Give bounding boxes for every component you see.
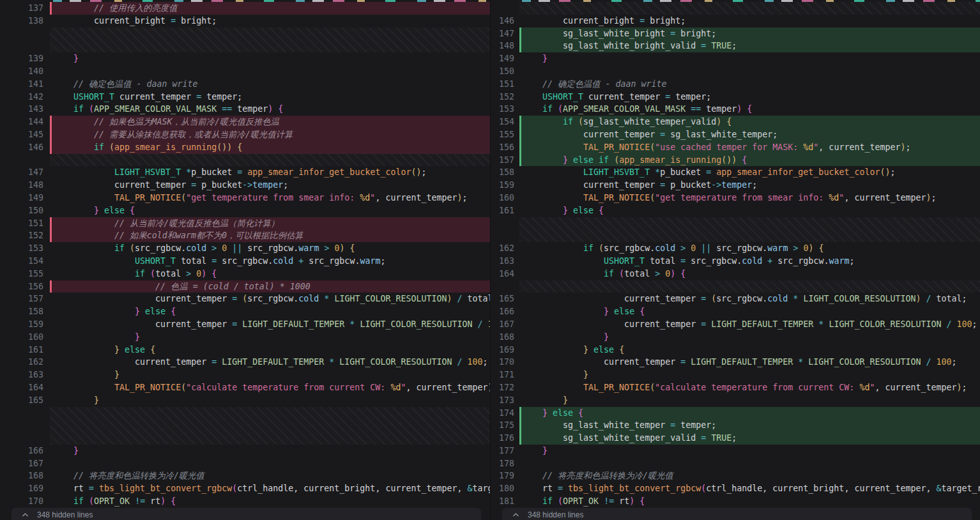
diff-pane-original[interactable]: 137 // 使用传入的亮度值138 current_bright = brig… [0, 0, 490, 520]
diff-pane-modified[interactable]: 146 current_bright = bright;147 sg_last_… [490, 0, 980, 520]
line-number[interactable]: 166 [0, 445, 43, 457]
code-line[interactable]: 139 } [0, 52, 490, 65]
line-number[interactable]: 171 [491, 369, 514, 381]
code-line[interactable]: 156 TAL_PR_NOTICE("use cached temper for… [491, 141, 980, 154]
line-number[interactable]: 138 [0, 15, 43, 27]
code-line[interactable]: 147 LIGHT_HSVBT_T *p_bucket = app_smear_… [0, 166, 490, 179]
code-line[interactable]: 142 USHORT_T current_temper = temper; [0, 91, 490, 103]
line-number[interactable]: 163 [0, 369, 43, 381]
code-line[interactable]: 179 // 将亮度和色温转换为冷/暖光值 [491, 470, 980, 482]
line-number[interactable]: 176 [491, 432, 514, 445]
code-line[interactable]: 161 } else { [0, 344, 490, 356]
code-line[interactable]: 151 // 确定色温值 - daan write [491, 78, 980, 91]
line-number[interactable]: 164 [491, 268, 514, 280]
code-line[interactable]: 155 if (total > 0) { [0, 268, 490, 280]
code-line[interactable]: 156 // 色温 = (cold / total) * 1000 [0, 280, 490, 293]
line-number[interactable]: 154 [491, 116, 514, 128]
line-number[interactable]: 164 [0, 381, 43, 394]
code-line[interactable]: 146 if (app_smear_is_running()) { [0, 141, 490, 154]
line-number[interactable]: 167 [0, 457, 43, 470]
line-number[interactable]: 151 [491, 78, 514, 91]
code-line[interactable]: 153 if (APP_SMEAR_COLOR_VAL_MASK == temp… [491, 103, 980, 116]
code-line[interactable]: 150 [491, 65, 980, 78]
line-number[interactable]: 152 [491, 91, 514, 103]
code-line[interactable]: 145 // 需要从涂抹信息获取，或者从当前冷/暖光值计算 [0, 128, 490, 141]
code-line[interactable]: 158 LIGHT_HSVBT_T *p_bucket = app_smear_… [491, 166, 980, 179]
line-number[interactable]: 169 [0, 482, 43, 495]
line-number[interactable]: 156 [491, 141, 514, 154]
code-line[interactable]: 152 // 如果cold和warm都不为0，可以根据比例估算 [0, 229, 490, 242]
code-line[interactable]: 148 sg_last_white_bright_valid = TRUE; [491, 40, 980, 52]
code-line[interactable]: 152 USHORT_T current_temper = temper; [491, 91, 980, 103]
code-line[interactable]: 178 [491, 457, 980, 470]
line-number[interactable]: 155 [0, 268, 43, 280]
line-number[interactable]: 140 [0, 65, 43, 78]
line-number[interactable]: 165 [491, 293, 514, 305]
code-line[interactable]: 172 TAL_PR_NOTICE("calculate temperature… [491, 381, 980, 394]
code-line[interactable]: 158 } else { [0, 305, 490, 318]
line-number[interactable]: 177 [491, 445, 514, 457]
code-line[interactable]: 162 if (src_rgbcw.cold > 0 || src_rgbcw.… [491, 242, 980, 255]
line-number[interactable]: 158 [0, 305, 43, 318]
line-number[interactable]: 141 [0, 78, 43, 91]
code-line[interactable]: 150 } else { [0, 204, 490, 217]
line-number[interactable]: 148 [0, 179, 43, 192]
line-number[interactable]: 151 [0, 217, 43, 230]
code-line[interactable]: 166 } [0, 445, 490, 457]
line-number[interactable]: 159 [0, 318, 43, 331]
code-line[interactable]: 148 current_temper = p_bucket->temper; [0, 179, 490, 192]
line-number[interactable]: 179 [491, 470, 514, 482]
code-line[interactable]: 153 if (src_rgbcw.cold > 0 || src_rgbcw.… [0, 242, 490, 255]
line-number[interactable]: 155 [491, 128, 514, 141]
code-line[interactable]: 149 } [491, 52, 980, 65]
code-line[interactable]: 154 if (sg_last_white_temper_valid) { [491, 116, 980, 128]
line-number[interactable]: 150 [0, 204, 43, 217]
line-number[interactable]: 166 [491, 305, 514, 318]
line-number[interactable]: 154 [0, 255, 43, 268]
code-line[interactable]: 155 current_temper = sg_last_white_tempe… [491, 128, 980, 141]
line-number[interactable]: 152 [0, 229, 43, 242]
code-line[interactable]: 137 // 使用传入的亮度值 [0, 2, 490, 15]
line-number[interactable]: 181 [491, 495, 514, 508]
code-line[interactable]: 163 USHORT_T total = src_rgbcw.cold + sr… [491, 255, 980, 268]
code-line[interactable]: 159 current_temper = p_bucket->temper; [491, 179, 980, 192]
hidden-lines-bar[interactable]: 348 hidden lines [502, 508, 972, 520]
line-number[interactable]: 159 [491, 179, 514, 192]
line-number[interactable]: 170 [0, 495, 43, 508]
code-line[interactable]: 160 TAL_PR_NOTICE("get temperature from … [491, 192, 980, 204]
line-number[interactable]: 149 [491, 52, 514, 65]
code-line[interactable]: 138 current_bright = bright; [0, 15, 490, 27]
code-line[interactable]: 164 TAL_PR_NOTICE("calculate temperature… [0, 381, 490, 394]
code-line[interactable]: 162 current_temper = LIGHT_DEFAULT_TEMPE… [0, 356, 490, 369]
code-line[interactable]: 174 } else { [491, 407, 980, 420]
code-line[interactable]: 151 // 从当前冷/暖光值反推色温（简化计算） [0, 217, 490, 230]
line-number[interactable]: 150 [491, 65, 514, 78]
code-line[interactable]: 177 } [491, 445, 980, 457]
line-number[interactable]: 175 [491, 419, 514, 432]
line-number[interactable]: 172 [491, 381, 514, 394]
line-number[interactable]: 156 [0, 280, 43, 293]
code-line[interactable]: 161 } else { [491, 204, 980, 217]
line-number[interactable]: 174 [491, 407, 514, 420]
line-number[interactable]: 153 [0, 242, 43, 255]
code-line[interactable]: 169 rt = tbs_light_bt_convert_rgbcw(ctrl… [0, 482, 490, 495]
code-line[interactable]: 159 current_temper = LIGHT_DEFAULT_TEMPE… [0, 318, 490, 331]
code-line[interactable]: 173 } [491, 394, 980, 407]
hidden-lines-bar[interactable]: 348 hidden lines [11, 508, 481, 520]
line-number[interactable]: 170 [491, 356, 514, 369]
code-line[interactable]: 175 sg_last_white_temper = temper; [491, 419, 980, 432]
code-line[interactable]: 157 } else if (app_smear_is_running()) { [491, 154, 980, 167]
line-number[interactable]: 142 [0, 91, 43, 103]
line-number[interactable]: 167 [491, 318, 514, 331]
line-number[interactable]: 153 [491, 103, 514, 116]
line-number[interactable]: 147 [0, 166, 43, 179]
line-number[interactable]: 160 [491, 192, 514, 204]
line-number[interactable]: 149 [0, 192, 43, 204]
code-line[interactable]: 170 current_temper = LIGHT_DEFAULT_TEMPE… [491, 356, 980, 369]
code-line[interactable]: 146 current_bright = bright; [491, 15, 980, 27]
line-number[interactable]: 139 [0, 52, 43, 65]
line-number[interactable]: 163 [491, 255, 514, 268]
code-line[interactable]: 168 // 将亮度和色温转换为冷/暖光值 [0, 470, 490, 482]
code-line[interactable]: 140 [0, 65, 490, 78]
line-number[interactable]: 145 [0, 128, 43, 141]
